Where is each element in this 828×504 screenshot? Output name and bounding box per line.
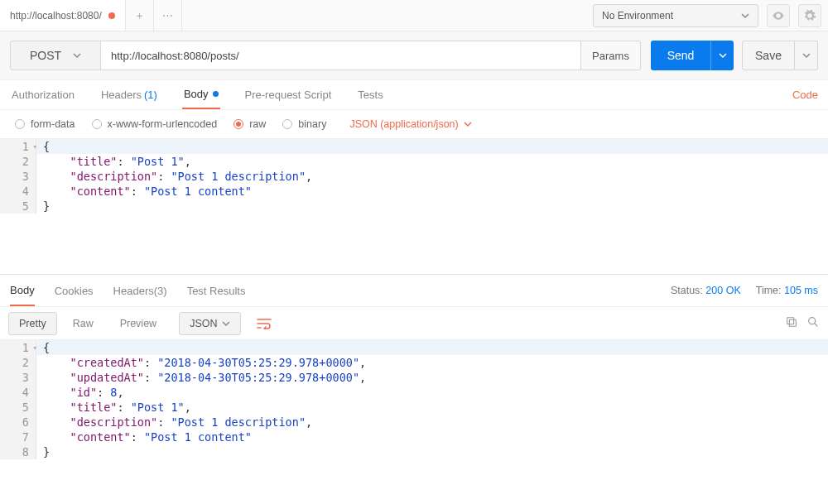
new-tab-button[interactable]: ＋ [126, 0, 154, 31]
method-label: POST [30, 49, 61, 62]
url-value: http://localhost:8080/posts/ [111, 50, 239, 62]
environment-area: No Environment [586, 0, 828, 31]
raw-button[interactable]: Raw [62, 312, 104, 335]
radio-form-data[interactable]: form-data [15, 118, 75, 130]
response-body-editor[interactable]: 1{ 2 "createdAt": "2018-04-30T05:25:29.9… [0, 340, 828, 459]
wrap-lines-button[interactable] [246, 312, 282, 335]
content-type-select[interactable]: JSON (application/json) [349, 118, 471, 130]
pretty-button[interactable]: Pretty [8, 312, 57, 335]
body-type-options: form-data x-www-form-urlencoded raw bina… [0, 110, 828, 138]
search-icon [806, 315, 820, 329]
response-time: 105 ms [784, 285, 818, 296]
radio-raw[interactable]: raw [233, 118, 266, 130]
chevron-down-icon [719, 51, 727, 60]
resp-tab-tests[interactable]: Test Results [187, 275, 246, 306]
chevron-down-icon [464, 120, 472, 128]
resp-tab-cookies[interactable]: Cookies [55, 275, 94, 306]
quicklook-button[interactable] [767, 4, 790, 27]
app-tabbar: http://localhost:8080/ ＋ ⋯ No Environmen… [0, 0, 828, 31]
search-button[interactable] [806, 315, 820, 331]
chevron-down-icon [222, 319, 230, 328]
save-dropdown[interactable] [795, 41, 818, 70]
tab-authorization[interactable]: Authorization [10, 80, 76, 109]
response-toolbar: Pretty Raw Preview JSON [0, 307, 828, 340]
response-tabs: Body Cookies Headers (3) Test Results St… [0, 274, 828, 307]
resp-tab-headers[interactable]: Headers (3) [113, 275, 167, 306]
eye-icon [772, 9, 785, 22]
method-select[interactable]: POST [10, 41, 101, 70]
radio-urlencoded[interactable]: x-www-form-urlencoded [92, 118, 218, 130]
settings-button[interactable] [798, 4, 821, 27]
tab-title: http://localhost:8080/ [10, 10, 102, 22]
send-button[interactable]: Send [651, 41, 710, 70]
request-body-editor[interactable]: 1{ 2 "title": "Post 1", 3 "description":… [0, 138, 828, 269]
unsaved-dot-icon [108, 12, 115, 19]
code-link[interactable]: Code [792, 89, 818, 101]
copy-button[interactable] [785, 315, 798, 331]
request-tabs: Authorization Headers (1) Body Pre-reque… [0, 80, 828, 110]
chevron-down-icon [741, 12, 749, 20]
tab-overflow-button[interactable]: ⋯ [154, 0, 182, 31]
tab-headers[interactable]: Headers (1) [99, 80, 159, 109]
wrap-icon [257, 318, 272, 329]
body-indicator-icon [213, 91, 219, 97]
preview-button[interactable]: Preview [109, 312, 167, 335]
headers-count: (1) [144, 89, 157, 101]
send-dropdown[interactable] [710, 41, 734, 70]
copy-icon [785, 315, 798, 329]
tab-tests[interactable]: Tests [356, 80, 384, 109]
resp-headers-count: (3) [154, 285, 167, 297]
request-tab[interactable]: http://localhost:8080/ [0, 0, 126, 31]
response-status: Status: 200 OK Time: 105 ms [671, 285, 818, 296]
request-row: POST http://localhost:8080/posts/ Params… [0, 31, 828, 80]
status-code: 200 OK [705, 285, 740, 296]
svg-point-2 [809, 318, 816, 324]
url-input[interactable]: http://localhost:8080/posts/ [101, 41, 581, 70]
tab-prerequest[interactable]: Pre-request Script [243, 80, 334, 109]
svg-rect-0 [789, 319, 796, 326]
tab-body[interactable]: Body [182, 80, 220, 109]
lang-select[interactable]: JSON [179, 312, 241, 335]
resp-tab-body[interactable]: Body [10, 275, 35, 306]
save-button[interactable]: Save [742, 41, 795, 70]
environment-label: No Environment [602, 10, 673, 22]
environment-select[interactable]: No Environment [593, 4, 758, 27]
chevron-down-icon [802, 51, 811, 60]
chevron-down-icon [73, 51, 81, 60]
svg-rect-1 [787, 318, 794, 324]
gear-icon [803, 9, 816, 22]
params-button[interactable]: Params [581, 41, 641, 70]
radio-binary[interactable]: binary [282, 118, 326, 130]
